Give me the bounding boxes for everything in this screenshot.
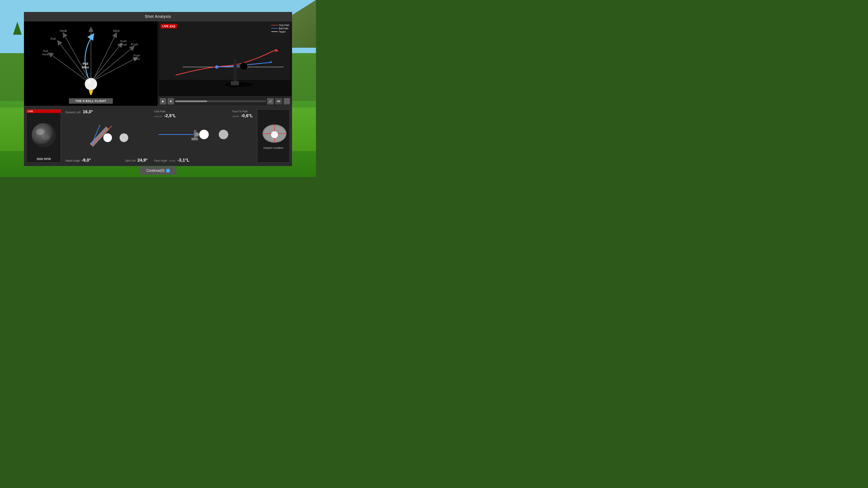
pull-slice-label2: Slice xyxy=(82,65,89,69)
spin-loft-label: Spin Loft xyxy=(125,159,135,162)
loft-bottom: Attack Angle -9,0° Spin Loft 24,9° xyxy=(65,158,148,163)
bottom-row: LIVE 35 xyxy=(24,106,292,166)
legend-club-path: Club Path xyxy=(271,24,289,27)
pull-label: Pull xyxy=(51,37,56,40)
loft-diagram xyxy=(65,116,148,158)
camera-ball-shine xyxy=(240,62,248,70)
legend-ball-path: Ball Path xyxy=(271,27,289,30)
pull-slice-active xyxy=(85,34,93,78)
stop-button[interactable]: ■ xyxy=(167,98,174,104)
ball-flight-content: Hook Slice Pull Push Hook Push Pull Hook… xyxy=(24,21,158,106)
dynamic-loft-label: Dynamic Loft xyxy=(65,111,81,114)
path-dot xyxy=(215,65,218,69)
push-label: Push xyxy=(131,43,138,46)
camera-area: LIVE ((●)) Club Path Ball Path T xyxy=(158,21,292,96)
club-path-sublabel: out to in xyxy=(154,115,162,118)
spin-svg xyxy=(32,123,56,147)
loft-panel: Dynamic Loft 16,0° xyxy=(63,109,150,163)
slice-arrow xyxy=(94,33,116,79)
continue-label: Continue(0) xyxy=(146,169,164,173)
spin-blur2 xyxy=(42,134,50,140)
face-to-path-container: Face To Path closed -0,6°L xyxy=(232,109,253,118)
spin-live-badge: LIVE xyxy=(27,109,61,113)
club-path-container: Club Path out to in -2,5°L xyxy=(154,109,176,118)
dynamic-loft-container: Dynamic Loft 16,0° xyxy=(65,109,93,114)
club-head-face xyxy=(191,138,198,140)
spin-live-container: LIVE xyxy=(27,109,61,113)
club-path-label: Club Path xyxy=(154,110,165,113)
spin-rpm-label: 3500 RPM xyxy=(36,157,51,161)
face-angle-container: Face Angle closed -3,1°L xyxy=(154,158,253,163)
pull-hook-label: Pull xyxy=(43,50,48,53)
ball-flight-panel: Hook Slice Pull Push Hook Push Pull Hook… xyxy=(24,21,158,106)
face-to-path-sublabel: closed xyxy=(232,115,239,118)
club-path-value: -2,5°L xyxy=(164,113,176,118)
spin-blur1 xyxy=(36,129,45,135)
progress-bar[interactable] xyxy=(175,100,266,102)
live-wave-icon: ((●)) xyxy=(170,25,175,28)
video-controls: ▶ ■ 🔊 HD ⛶ xyxy=(158,96,292,106)
loft-top: Dynamic Loft 16,0° xyxy=(65,109,148,114)
ball-path-line xyxy=(271,28,278,29)
push-slice-label: Push xyxy=(133,54,140,57)
club-shaft xyxy=(234,59,237,82)
club-ball-ref xyxy=(219,130,228,139)
face-angle-value: -3,1°L xyxy=(178,158,189,162)
push-hook-label: Push xyxy=(120,39,127,43)
hd-button[interactable]: HD xyxy=(275,98,282,104)
tree-left xyxy=(13,22,22,35)
continue-button[interactable]: Continue(0) xyxy=(140,167,176,175)
club-path-line xyxy=(271,25,278,25)
attack-angle-label: Attack Angle xyxy=(65,159,80,162)
pull-hook-label2: Hook xyxy=(42,53,49,56)
target-legend-label: Target xyxy=(279,30,286,33)
loft-ball-ref xyxy=(120,133,128,142)
spin-loft-value: 24,9° xyxy=(137,158,148,162)
dynamic-loft-value: 16,0° xyxy=(83,109,93,114)
club-path-diagram xyxy=(154,119,253,158)
face-to-path-value: -0,6°L xyxy=(241,113,253,118)
spin-panel: LIVE 35 xyxy=(26,109,61,163)
progress-fill xyxy=(175,100,207,102)
push-hook-label2: Hook xyxy=(120,43,127,46)
impact-svg xyxy=(261,123,287,144)
continue-indicator xyxy=(166,169,170,172)
slice-label: Slice xyxy=(113,29,120,33)
ball-flight-svg: Hook Slice Pull Push Hook Push Pull Hook… xyxy=(24,21,158,96)
pull-slice-label: Pull xyxy=(83,62,88,65)
tee xyxy=(89,90,93,95)
main-panel: Shot Analysis xyxy=(24,12,292,166)
fullscreen-button[interactable]: ⛶ xyxy=(284,98,290,104)
ball-flight-label: THE 9 BALL FLIGHT xyxy=(69,98,113,104)
face-angle-sublabel: closed xyxy=(169,160,175,162)
impact-ball-grad xyxy=(271,131,278,138)
loft-svg xyxy=(72,122,141,152)
ground-shadow xyxy=(159,80,291,96)
attack-angle-container: Attack Angle -9,0° xyxy=(65,158,91,163)
club-dot xyxy=(195,132,199,137)
pull-hook-arrow xyxy=(49,53,86,80)
face-to-path-label: Face To Path xyxy=(232,110,248,113)
play-button[interactable]: ▶ xyxy=(160,98,166,104)
legend-target: Target xyxy=(271,30,289,33)
club-path-svg xyxy=(154,119,237,148)
impact-image xyxy=(261,123,285,144)
top-row: Hook Slice Pull Push Hook Push Pull Hook… xyxy=(24,21,292,106)
attack-angle-value: -9,0° xyxy=(82,158,91,162)
club-metrics-top: Club Path out to in -2,5°L Face To Path … xyxy=(154,109,253,118)
spin-loft-container: Spin Loft 24,9° xyxy=(125,158,148,163)
ball-path-legend-label: Ball Path xyxy=(279,27,288,30)
page-title: Shot Analysis xyxy=(145,14,171,19)
impact-label: Impact Location xyxy=(264,146,283,150)
club-panel: Club Path out to in -2,5°L Face To Path … xyxy=(152,109,255,163)
impact-panel: Impact Location xyxy=(257,109,290,163)
hook-label: Hook xyxy=(60,29,67,33)
live-text: LIVE xyxy=(162,25,168,28)
club-head xyxy=(231,81,239,85)
legend: Club Path Ball Path Target xyxy=(271,24,289,33)
loft-ball xyxy=(103,133,112,142)
club-ball xyxy=(199,130,209,139)
face-angle-label: Face Angle xyxy=(154,159,167,162)
club-path-legend-label: Club Path xyxy=(279,24,289,27)
volume-button[interactable]: 🔊 xyxy=(267,98,274,104)
